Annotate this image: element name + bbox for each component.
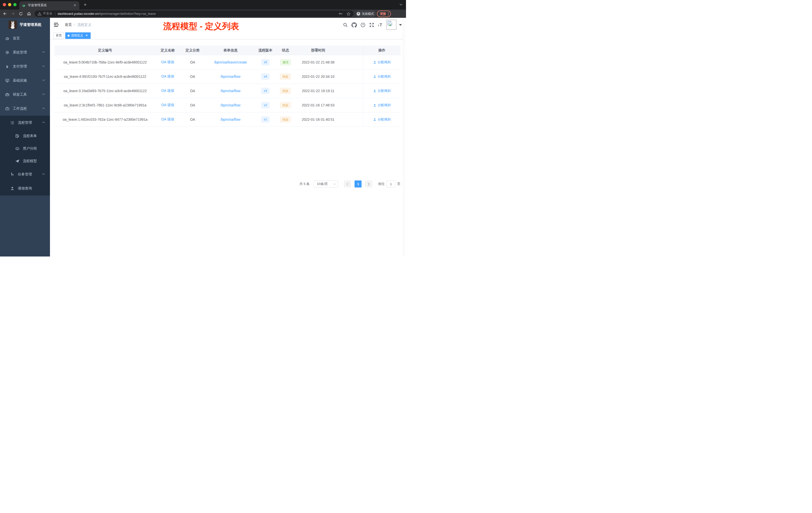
window-minimize-button[interactable] (8, 3, 11, 6)
window-zoom-button[interactable] (13, 3, 17, 6)
tags-view-bar: 首页 流程定义 ✕ (50, 32, 406, 39)
user-icon (373, 104, 376, 107)
dashboard-icon (5, 36, 9, 40)
table-row: oa_leave:2:3c1f0ef1-76b1-11ec-9c66-a2380… (55, 98, 401, 113)
pagination-total: 共 5 条 (299, 182, 310, 186)
browser-scrollbar-gutter[interactable] (403, 18, 406, 256)
tag-process-definition[interactable]: 流程定义 ✕ (65, 32, 91, 39)
status-badge: 挂起 (280, 102, 291, 108)
next-page-button[interactable] (365, 180, 372, 187)
sidebar-item-label: 工作流程 (13, 107, 27, 111)
sidebar-item-label: 流程模型 (23, 159, 37, 163)
page-unit-label: 页 (397, 182, 401, 186)
security-label[interactable]: 不安全 (43, 11, 53, 16)
form-link[interactable]: /bpm/oa/flow (221, 74, 240, 79)
definition-name-link[interactable]: OA 请假 (161, 117, 174, 121)
form-link[interactable]: /bpm/oa/leave/create (214, 60, 247, 64)
github-icon[interactable] (351, 18, 357, 32)
help-icon[interactable]: ? (360, 18, 366, 32)
avatar-dropdown-caret-icon[interactable] (399, 24, 402, 26)
tab-search-chevron-icon[interactable] (400, 3, 403, 5)
window-close-button[interactable] (3, 3, 6, 6)
sidebar-item-payment[interactable]: ¥ 支付管理 (0, 59, 50, 73)
reload-icon[interactable] (18, 10, 24, 17)
active-dot (67, 35, 69, 37)
password-key-icon[interactable] (339, 12, 343, 16)
assign-rule-button[interactable]: 分配规则 (373, 60, 391, 64)
definition-name-link[interactable]: OA 请假 (161, 60, 174, 64)
definition-name-link[interactable]: OA 请假 (161, 89, 174, 93)
url-text[interactable]: dashboard.yudao.iocoder.cn/bpm/manager/d… (58, 12, 156, 16)
chevron-down-icon (42, 93, 45, 95)
new-tab-button[interactable]: + (82, 2, 88, 7)
version-badge: v5 (261, 59, 270, 65)
sidebar-item-label: 研发工具 (13, 92, 27, 97)
assign-rule-button[interactable]: 分配规则 (373, 89, 391, 93)
user-avatar-broken-image[interactable] (386, 20, 397, 30)
deploy-time: 2022-01-16 17:46:53 (296, 103, 341, 107)
form-link[interactable]: /bpm/oa/flow (221, 89, 240, 93)
home-icon[interactable] (26, 10, 32, 17)
sidebar-item-workflow[interactable]: 工作流程 (0, 102, 50, 116)
breadcrumb-home[interactable]: 首页 (65, 23, 72, 27)
sidebar: 芋道管理系统 首页 系统管理 ¥ 支付管理 基础设施 研发工具 (0, 18, 50, 256)
browser-tab[interactable]: 芋道管理系统 ✕ (19, 1, 79, 9)
back-icon[interactable] (1, 10, 8, 17)
incognito-label: 无痕模式 (362, 12, 374, 16)
bookmark-star-icon[interactable] (347, 12, 350, 16)
svg-text:T: T (380, 23, 382, 27)
sidebar-item-dev-tools[interactable]: 研发工具 (0, 88, 50, 102)
breadcrumb-current: 流程定义 (77, 23, 91, 27)
address-bar[interactable]: 不安全 dashboard.yudao.iocoder.cn/bpm/manag… (35, 10, 353, 17)
broken-image-icon (387, 21, 393, 26)
search-icon[interactable] (343, 18, 348, 32)
forward-icon[interactable] (9, 10, 16, 17)
definition-category: OA (180, 89, 205, 93)
fullscreen-icon[interactable] (369, 18, 374, 32)
browser-update-button[interactable]: 更新 (377, 10, 391, 17)
font-size-icon[interactable]: тT (378, 18, 383, 32)
sidebar-item-system[interactable]: 系统管理 (0, 46, 50, 59)
assign-rule-button[interactable]: 分配规则 (373, 103, 391, 108)
warning-triangle-icon[interactable] (38, 12, 41, 16)
gear-icon (5, 51, 9, 55)
tab-close-icon[interactable]: ✕ (73, 3, 77, 7)
user-icon (373, 61, 376, 64)
definition-name-link[interactable]: OA 请假 (161, 103, 174, 107)
sidebar-toggle-hamburger-icon[interactable] (54, 23, 59, 27)
main-content: 定义编号 定义名称 定义分类 表单信息 流程版本 状态 部署时间 操作 oa_l… (50, 39, 406, 256)
sidebar-item-label: 请假查询 (18, 186, 32, 191)
tree-icon (10, 173, 14, 176)
sidebar-item-process-management[interactable]: 流程管理 (0, 116, 50, 130)
status-badge: 激活 (280, 59, 291, 65)
status-badge: 挂起 (280, 117, 291, 122)
definition-table: 定义编号 定义名称 定义分类 表单信息 流程版本 状态 部署时间 操作 oa_l… (55, 46, 401, 127)
page-size-select[interactable]: 10条/页 (314, 180, 338, 187)
goto-page-input[interactable] (386, 180, 396, 187)
sidebar-item-infrastructure[interactable]: 基础设施 (0, 73, 50, 88)
app-navbar: 首页 / 流程定义 ? тT (50, 18, 406, 32)
window-controls[interactable] (3, 3, 17, 6)
definition-name-link[interactable]: OA 请假 (161, 74, 174, 78)
version-badge: v4 (261, 73, 270, 80)
sidebar-item-process-model[interactable]: 流程模型 (0, 155, 50, 168)
people-icon (15, 147, 19, 151)
app-logo-row[interactable]: 芋道管理系统 (0, 18, 50, 31)
sidebar-item-process-form[interactable]: 流程表单 (0, 130, 50, 142)
sidebar-item-leave-query[interactable]: 请假查询 (0, 181, 50, 195)
favicon-plant-icon (22, 3, 26, 7)
browser-menu-icon[interactable] (388, 12, 389, 16)
sidebar-item-home[interactable]: 首页 (0, 31, 50, 46)
sidebar-item-task-management[interactable]: 任务管理 (0, 168, 50, 181)
tag-close-icon[interactable]: ✕ (85, 34, 88, 37)
assign-rule-button[interactable]: 分配规则 (373, 74, 391, 79)
incognito-icon (356, 11, 360, 17)
assign-rule-button[interactable]: 分配规则 (373, 117, 391, 122)
form-link[interactable]: /bpm/oa/flow (221, 117, 240, 121)
page-number-current[interactable]: 1 (354, 180, 361, 187)
prev-page-button[interactable] (344, 180, 351, 187)
sidebar-item-user-group[interactable]: 用户分组 (0, 142, 50, 155)
tag-home[interactable]: 首页 (54, 32, 64, 39)
form-link[interactable]: /bpm/oa/flow (221, 103, 240, 107)
divider (55, 12, 55, 16)
